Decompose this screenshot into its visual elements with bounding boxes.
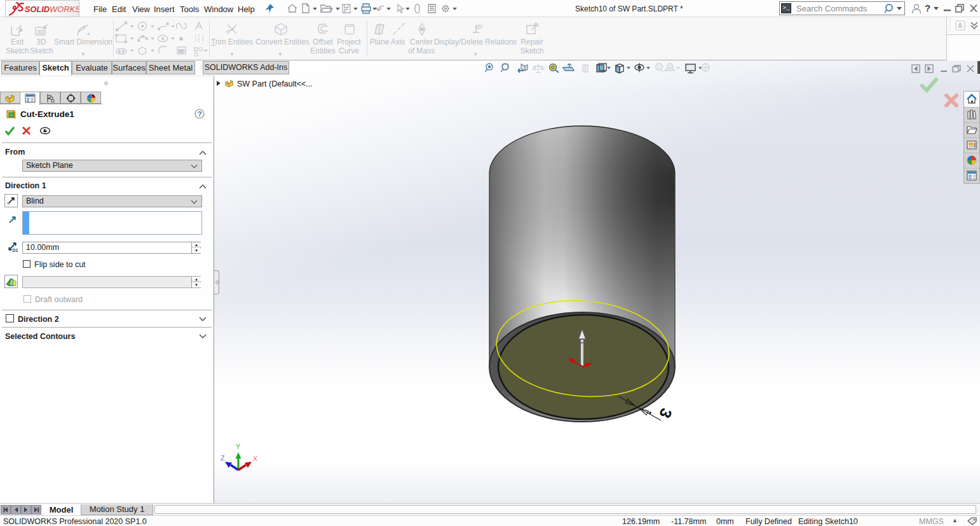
svg-text:3D: 3D	[37, 29, 44, 35]
svg-text:Z: Z	[221, 454, 225, 462]
svg-text:Y: Y	[236, 443, 240, 450]
svg-text:SOLIDWORKS: SOLIDWORKS	[25, 4, 79, 14]
svg-text:3: 3	[656, 406, 676, 420]
svg-text:3D: 3D	[179, 48, 185, 54]
svg-text:X: X	[253, 455, 257, 462]
svg-text:?: ?	[198, 110, 201, 118]
svg-text:D1: D1	[13, 248, 18, 253]
svg-text:A: A	[958, 22, 962, 29]
